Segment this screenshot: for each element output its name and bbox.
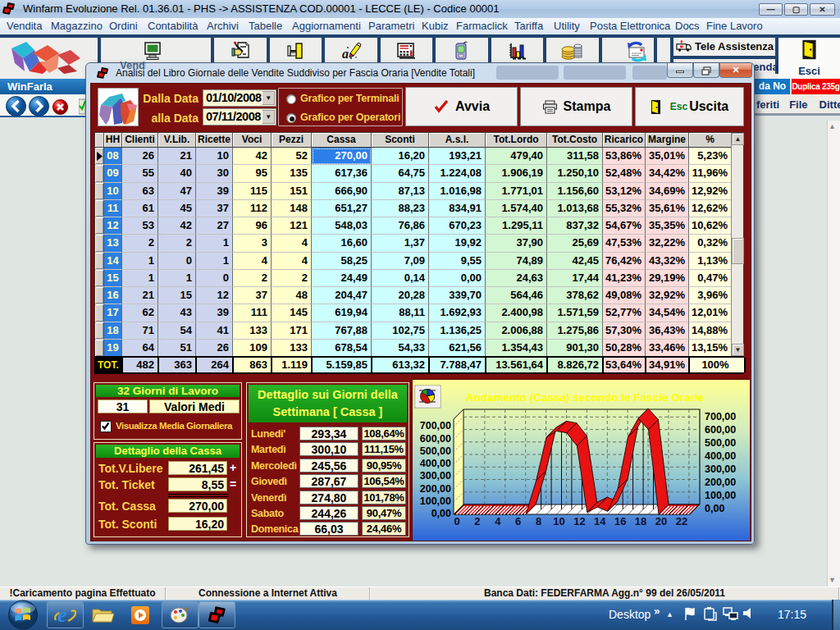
svg-text:400,00: 400,00: [420, 458, 451, 469]
svg-text:8: 8: [536, 515, 541, 527]
svg-text:16: 16: [614, 515, 626, 527]
svg-text:20: 20: [655, 515, 667, 527]
svg-text:200,00: 200,00: [705, 477, 736, 488]
svg-text:2: 2: [474, 515, 480, 527]
svg-text:100,00: 100,00: [705, 490, 736, 501]
svg-text:500,00: 500,00: [420, 445, 451, 457]
svg-text:0,00: 0,00: [705, 503, 724, 514]
svg-text:a: a: [342, 47, 349, 61]
svg-text:10: 10: [553, 515, 564, 527]
svg-text:e: e: [57, 603, 67, 627]
svg-text:22: 22: [676, 515, 687, 527]
svg-text:300,00: 300,00: [705, 463, 736, 475]
svg-text:Andamento (Cassa) secondo le F: Andamento (Cassa) secondo le Fascie Orar…: [466, 391, 705, 404]
svg-text:400,00: 400,00: [705, 450, 736, 462]
svg-text:500,00: 500,00: [705, 437, 736, 449]
svg-text:700,00: 700,00: [420, 420, 451, 431]
svg-text:6: 6: [515, 515, 521, 527]
svg-text:100,00: 100,00: [420, 495, 451, 507]
svg-text:12: 12: [573, 515, 585, 527]
svg-text:4: 4: [495, 515, 501, 527]
svg-text:0: 0: [454, 515, 459, 527]
svg-text:0,00: 0,00: [431, 508, 451, 519]
svg-text:700,00: 700,00: [705, 411, 736, 422]
svg-text:14: 14: [594, 515, 606, 527]
svg-text:600,00: 600,00: [420, 433, 451, 445]
svg-text:200,00: 200,00: [420, 483, 451, 495]
svg-text:18: 18: [635, 515, 646, 527]
svg-text:300,00: 300,00: [420, 470, 451, 482]
svg-text:600,00: 600,00: [705, 424, 736, 436]
